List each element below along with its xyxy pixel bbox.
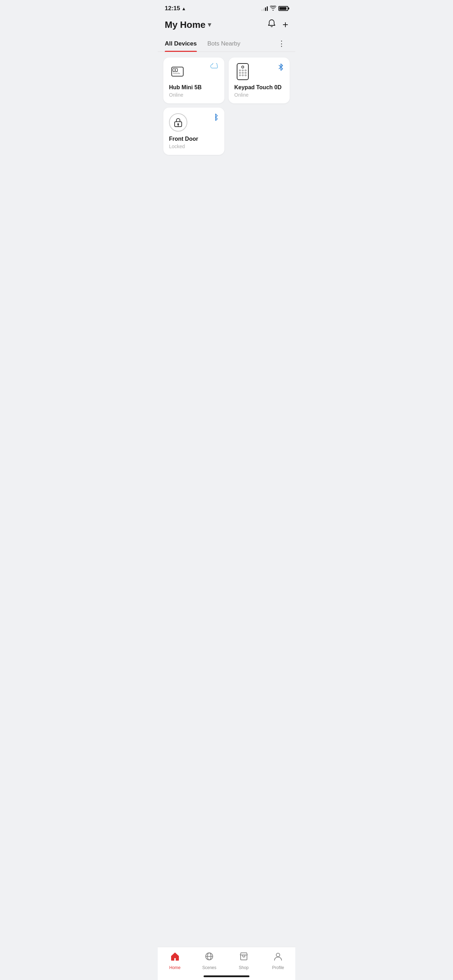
device-tabs: All Devices Bots Nearby ⋮ xyxy=(158,36,295,52)
signal-icon xyxy=(261,6,268,11)
status-bar: 12:15 ▲ xyxy=(158,0,295,15)
status-time: 12:15 ▲ xyxy=(165,5,186,12)
device-card-keypad[interactable]: Keypad Touch 0D Online xyxy=(229,57,290,103)
home-title-group[interactable]: My Home ▾ xyxy=(165,19,211,30)
hub-mini-icon: SwitchBot xyxy=(169,63,186,80)
battery-icon xyxy=(278,6,288,11)
bluetooth-connectivity-icon-keypad xyxy=(278,63,284,73)
tabs-more-menu[interactable]: ⋮ xyxy=(275,37,288,51)
header: My Home ▾ + xyxy=(158,15,295,36)
tab-all-devices[interactable]: All Devices xyxy=(165,36,197,51)
svg-text:SwitchBot: SwitchBot xyxy=(173,73,180,75)
device-status-front-door: Locked xyxy=(169,143,219,149)
device-status-keypad: Online xyxy=(234,92,284,98)
notification-bell-icon[interactable] xyxy=(267,19,276,30)
device-name-hub-mini: Hub Mini 5B xyxy=(169,84,219,91)
status-icons xyxy=(261,6,288,12)
cloud-connectivity-icon xyxy=(210,63,219,70)
wifi-icon xyxy=(270,6,276,12)
location-arrow-icon: ▲ xyxy=(181,6,186,11)
device-status-hub-mini: Online xyxy=(169,92,219,98)
svg-point-2 xyxy=(175,70,176,71)
device-card-front-door[interactable]: Front Door Locked xyxy=(163,108,224,155)
bluetooth-connectivity-icon-door xyxy=(212,113,219,123)
device-name-keypad: Keypad Touch 0D xyxy=(234,84,284,91)
home-title-text: My Home xyxy=(165,19,206,30)
device-card-hub-mini[interactable]: SwitchBot Hub Mini 5B Online xyxy=(163,57,224,103)
home-dropdown-chevron[interactable]: ▾ xyxy=(208,21,211,29)
tab-bots-nearby[interactable]: Bots Nearby xyxy=(207,36,241,51)
device-name-front-door: Front Door xyxy=(169,136,219,142)
header-actions: + xyxy=(267,19,288,30)
keypad-icon xyxy=(234,63,251,80)
lock-icon xyxy=(169,113,188,132)
add-device-icon[interactable]: + xyxy=(283,19,288,30)
device-grid: SwitchBot Hub Mini 5B Online xyxy=(158,52,295,161)
